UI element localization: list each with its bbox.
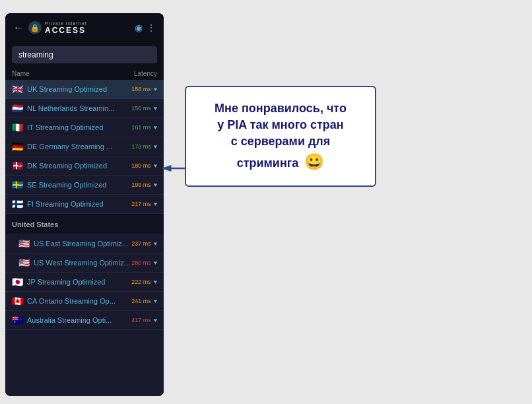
server-name: UK Streaming Optimized [27,85,107,93]
server-item-se-streaming[interactable]: 🇸🇪 SE Streaming Optimized 199 ms ♥ [5,176,164,195]
col-latency: Latency [134,70,157,77]
server-item-right: 180 ms ♥ [131,162,157,169]
server-name: US West Streaming Optimiz... [34,259,130,267]
pia-logo-icon: 🔒 [28,20,42,35]
server-item-jp-streaming[interactable]: 🇯🇵 JP Streaming Optimized 222 ms ♥ [5,273,164,292]
menu-icon[interactable]: ⋮ [147,22,156,33]
server-item-left: 🇬🇧 UK Streaming Optimized [12,84,131,94]
server-item-right: 150 ms ♥ [131,105,157,112]
favorite-icon[interactable]: ♥ [154,162,157,169]
header-left: ← 🔒 Private Internet ACCESS [13,20,86,35]
back-button[interactable]: ← [13,22,24,34]
list-header: Name Latency [5,67,164,80]
server-item-right: 280 ms ♥ [131,259,157,266]
status-icon: ◉ [135,22,143,33]
logo-area: 🔒 Private Internet ACCESS [28,20,86,35]
latency-value: 199 ms [131,182,151,188]
server-item-de-streaming[interactable]: 🇩🇪 DE Germany Streaming ... 173 ms ♥ [5,137,164,156]
server-item-right: 186 ms ♥ [131,86,157,92]
server-name: Australia Streaming Opti... [27,316,112,324]
server-item-dk-streaming[interactable]: 🇩🇰 DK Streaming Optimized 180 ms ♥ [5,156,164,176]
search-bar [5,42,164,67]
favorite-icon[interactable]: ♥ [154,317,157,323]
server-list[interactable]: 🇬🇧 UK Streaming Optimized 186 ms ♥ 🇳🇱 NL… [5,80,164,396]
server-item-nl-streaming[interactable]: 🇳🇱 NL Netherlands Streamin... 150 ms ♥ [5,99,164,118]
latency-value: 180 ms [131,162,151,169]
flag-au: 🇦🇺 [12,315,23,325]
annotation-text: Мне понравилось, что у PIA так много стр… [215,100,347,172]
server-item-us-east[interactable]: 🇺🇸 US East Streaming Optimiz... 237 ms ♥ [5,234,164,253]
annotation-box: Мне понравилось, что у PIA так много стр… [185,86,376,187]
server-item-left: 🇺🇸 US East Streaming Optimiz... [18,238,131,249]
app-header: ← 🔒 Private Internet ACCESS ◉ ⋮ [5,13,164,42]
server-item-left: 🇯🇵 JP Streaming Optimized [12,277,131,287]
server-item-left: 🇦🇺 Australia Streaming Opti... [12,315,131,325]
server-item-au-streaming[interactable]: 🇦🇺 Australia Streaming Opti... 417 ms ♥ [5,311,164,330]
server-item-right: 173 ms ♥ [131,143,157,150]
group-header-us: United States [5,214,164,234]
app-window: ← 🔒 Private Internet ACCESS ◉ ⋮ Name Lat… [5,13,164,396]
favorite-icon[interactable]: ♥ [154,124,157,131]
flag-nl: 🇳🇱 [12,103,23,114]
flag-jp: 🇯🇵 [12,277,23,287]
server-item-right: 237 ms ♥ [131,240,157,247]
search-input[interactable] [12,46,157,63]
server-item-left: 🇳🇱 NL Netherlands Streamin... [12,103,131,114]
server-item-left: 🇮🇹 IT Streaming Optimized [12,122,131,133]
server-name: NL Netherlands Streamin... [27,104,114,112]
latency-value: 222 ms [131,279,151,285]
server-item-left: 🇫🇮 FI Streaming Optimized [12,199,131,209]
latency-value: 150 ms [131,105,151,112]
flag-us: 🇺🇸 [18,238,30,249]
server-item-it-streaming[interactable]: 🇮🇹 IT Streaming Optimized 161 ms ♥ [5,118,164,137]
server-name: JP Streaming Optimized [27,278,105,286]
server-item-right: 217 ms ♥ [131,201,157,207]
logo-text-area: Private Internet ACCESS [45,21,86,35]
flag-ca: 🇨🇦 [12,296,23,306]
server-item-right: 161 ms ♥ [131,124,157,131]
flag-it: 🇮🇹 [12,122,23,133]
logo-top: Private Internet [45,21,86,26]
server-item-ca-streaming[interactable]: 🇨🇦 CA Ontario Streaming Op... 241 ms ♥ [5,292,164,311]
favorite-icon[interactable]: ♥ [154,240,157,247]
server-item-fi-streaming[interactable]: 🇫🇮 FI Streaming Optimized 217 ms ♥ [5,195,164,214]
favorite-icon[interactable]: ♥ [154,182,157,188]
logo-main: ACCESS [45,26,86,35]
latency-value: 237 ms [131,240,151,247]
favorite-icon[interactable]: ♥ [154,279,157,285]
server-name: CA Ontario Streaming Op... [27,297,116,305]
server-name: DK Streaming Optimized [27,162,107,170]
flag-de: 🇩🇪 [12,141,23,152]
favorite-icon[interactable]: ♥ [154,86,157,92]
favorite-icon[interactable]: ♥ [154,105,157,112]
server-name: FI Streaming Optimized [27,200,104,208]
flag-se: 🇸🇪 [12,180,23,190]
favorite-icon[interactable]: ♥ [154,259,157,266]
latency-value: 186 ms [131,86,151,92]
latency-value: 417 ms [131,317,151,323]
latency-value: 280 ms [131,259,151,266]
flag-dk: 🇩🇰 [12,160,23,171]
server-name: US East Streaming Optimiz... [34,240,128,248]
latency-value: 161 ms [131,124,151,131]
server-item-us-west[interactable]: 🇺🇸 US West Streaming Optimiz... 280 ms ♥ [5,253,164,273]
server-item-left: 🇨🇦 CA Ontario Streaming Op... [12,296,131,306]
favorite-icon[interactable]: ♥ [154,201,157,207]
latency-value: 217 ms [131,201,151,207]
favorite-icon[interactable]: ♥ [154,143,157,150]
col-name: Name [12,70,30,77]
server-item-left: 🇩🇰 DK Streaming Optimized [12,160,131,171]
flag-fi: 🇫🇮 [12,199,23,209]
server-item-uk-streaming[interactable]: 🇬🇧 UK Streaming Optimized 186 ms ♥ [5,80,164,99]
server-item-right: 222 ms ♥ [131,279,157,285]
latency-value: 241 ms [131,298,151,304]
server-item-left: 🇺🇸 US West Streaming Optimiz... [18,257,131,268]
server-item-right: 199 ms ♥ [131,182,157,188]
favorite-icon[interactable]: ♥ [154,298,157,304]
server-item-right: 241 ms ♥ [131,298,157,304]
flag-uk: 🇬🇧 [12,84,23,94]
svg-text:🔒: 🔒 [30,23,40,32]
emoji-icon: 😀 [304,152,324,170]
server-name: SE Streaming Optimized [27,181,106,189]
server-item-right: 417 ms ♥ [131,317,157,323]
